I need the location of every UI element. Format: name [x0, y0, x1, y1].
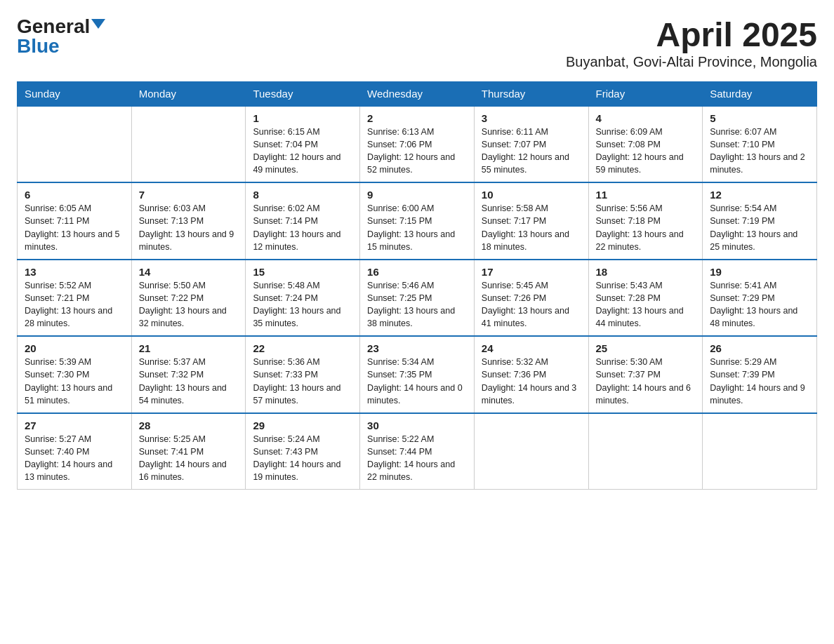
day-info: Sunrise: 6:11 AM Sunset: 7:07 PM Dayligh… — [482, 126, 581, 177]
day-cell: 20Sunrise: 5:39 AM Sunset: 7:30 PM Dayli… — [18, 336, 132, 413]
day-number: 22 — [253, 342, 352, 354]
day-cell: 26Sunrise: 5:29 AM Sunset: 7:39 PM Dayli… — [703, 336, 817, 413]
page-subtitle: Buyanbat, Govi-Altai Province, Mongolia — [566, 54, 817, 70]
day-info: Sunrise: 5:27 AM Sunset: 7:40 PM Dayligh… — [25, 433, 124, 484]
day-cell: 24Sunrise: 5:32 AM Sunset: 7:36 PM Dayli… — [474, 336, 588, 413]
day-number: 18 — [596, 266, 696, 278]
day-number: 19 — [710, 266, 809, 278]
day-number: 3 — [482, 112, 581, 124]
day-cell: 11Sunrise: 5:56 AM Sunset: 7:18 PM Dayli… — [588, 182, 703, 260]
day-cell: 25Sunrise: 5:30 AM Sunset: 7:37 PM Dayli… — [588, 336, 703, 413]
week-row-2: 13Sunrise: 5:52 AM Sunset: 7:21 PM Dayli… — [18, 260, 817, 337]
day-cell — [131, 106, 246, 183]
day-info: Sunrise: 5:32 AM Sunset: 7:36 PM Dayligh… — [482, 356, 581, 407]
day-cell: 14Sunrise: 5:50 AM Sunset: 7:22 PM Dayli… — [131, 260, 246, 337]
day-number: 2 — [367, 112, 467, 124]
header-thursday: Thursday — [474, 81, 588, 106]
day-cell: 4Sunrise: 6:09 AM Sunset: 7:08 PM Daylig… — [588, 106, 703, 183]
header-row: Sunday Monday Tuesday Wednesday Thursday… — [18, 81, 817, 106]
day-number: 10 — [482, 189, 581, 201]
header-saturday: Saturday — [703, 81, 817, 106]
header-monday: Monday — [131, 81, 246, 106]
logo: General Blue — [17, 17, 105, 56]
day-number: 26 — [710, 342, 809, 354]
week-row-4: 27Sunrise: 5:27 AM Sunset: 7:40 PM Dayli… — [18, 413, 817, 490]
day-number: 17 — [482, 266, 581, 278]
day-cell: 23Sunrise: 5:34 AM Sunset: 7:35 PM Dayli… — [360, 336, 475, 413]
week-row-0: 1Sunrise: 6:15 AM Sunset: 7:04 PM Daylig… — [18, 106, 817, 183]
day-cell: 3Sunrise: 6:11 AM Sunset: 7:07 PM Daylig… — [474, 106, 588, 183]
day-cell: 8Sunrise: 6:02 AM Sunset: 7:14 PM Daylig… — [246, 182, 360, 260]
day-cell: 7Sunrise: 6:03 AM Sunset: 7:13 PM Daylig… — [131, 182, 246, 260]
day-info: Sunrise: 5:46 AM Sunset: 7:25 PM Dayligh… — [367, 279, 467, 330]
day-info: Sunrise: 5:36 AM Sunset: 7:33 PM Dayligh… — [253, 356, 352, 407]
day-info: Sunrise: 5:48 AM Sunset: 7:24 PM Dayligh… — [253, 279, 352, 330]
day-cell: 27Sunrise: 5:27 AM Sunset: 7:40 PM Dayli… — [18, 413, 132, 490]
day-info: Sunrise: 5:34 AM Sunset: 7:35 PM Dayligh… — [367, 356, 467, 407]
calendar-table: Sunday Monday Tuesday Wednesday Thursday… — [17, 81, 817, 490]
day-info: Sunrise: 6:09 AM Sunset: 7:08 PM Dayligh… — [596, 126, 696, 177]
day-number: 5 — [710, 112, 809, 124]
day-number: 24 — [482, 342, 581, 354]
day-cell: 18Sunrise: 5:43 AM Sunset: 7:28 PM Dayli… — [588, 260, 703, 337]
day-number: 23 — [367, 342, 467, 354]
day-cell — [474, 413, 588, 490]
day-number: 6 — [25, 189, 124, 201]
day-number: 30 — [367, 420, 467, 431]
day-info: Sunrise: 6:03 AM Sunset: 7:13 PM Dayligh… — [139, 202, 239, 253]
day-number: 11 — [596, 189, 696, 201]
logo-general: General — [17, 17, 90, 36]
day-cell: 22Sunrise: 5:36 AM Sunset: 7:33 PM Dayli… — [246, 336, 360, 413]
day-info: Sunrise: 6:02 AM Sunset: 7:14 PM Dayligh… — [253, 202, 352, 253]
day-number: 14 — [139, 266, 239, 278]
day-info: Sunrise: 5:58 AM Sunset: 7:17 PM Dayligh… — [482, 202, 581, 253]
day-info: Sunrise: 5:43 AM Sunset: 7:28 PM Dayligh… — [596, 279, 696, 330]
day-cell: 2Sunrise: 6:13 AM Sunset: 7:06 PM Daylig… — [360, 106, 475, 183]
day-cell: 17Sunrise: 5:45 AM Sunset: 7:26 PM Dayli… — [474, 260, 588, 337]
day-info: Sunrise: 5:29 AM Sunset: 7:39 PM Dayligh… — [710, 356, 809, 407]
day-number: 12 — [710, 189, 809, 201]
day-cell: 15Sunrise: 5:48 AM Sunset: 7:24 PM Dayli… — [246, 260, 360, 337]
day-number: 7 — [139, 189, 239, 201]
day-info: Sunrise: 6:05 AM Sunset: 7:11 PM Dayligh… — [25, 202, 124, 253]
day-cell: 21Sunrise: 5:37 AM Sunset: 7:32 PM Dayli… — [131, 336, 246, 413]
day-info: Sunrise: 5:45 AM Sunset: 7:26 PM Dayligh… — [482, 279, 581, 330]
day-number: 8 — [253, 189, 352, 201]
day-number: 13 — [25, 266, 124, 278]
header-friday: Friday — [588, 81, 703, 106]
day-number: 1 — [253, 112, 352, 124]
day-cell: 30Sunrise: 5:22 AM Sunset: 7:44 PM Dayli… — [360, 413, 475, 490]
header-wednesday: Wednesday — [360, 81, 475, 106]
day-cell: 12Sunrise: 5:54 AM Sunset: 7:19 PM Dayli… — [703, 182, 817, 260]
day-info: Sunrise: 5:22 AM Sunset: 7:44 PM Dayligh… — [367, 433, 467, 484]
header-tuesday: Tuesday — [246, 81, 360, 106]
day-cell: 6Sunrise: 6:05 AM Sunset: 7:11 PM Daylig… — [18, 182, 132, 260]
day-number: 9 — [367, 189, 467, 201]
calendar-header: Sunday Monday Tuesday Wednesday Thursday… — [18, 81, 817, 106]
day-cell — [18, 106, 132, 183]
page-header: General Blue April 2025 Buyanbat, Govi-A… — [17, 17, 817, 70]
day-cell: 19Sunrise: 5:41 AM Sunset: 7:29 PM Dayli… — [703, 260, 817, 337]
day-cell — [588, 413, 703, 490]
day-number: 15 — [253, 266, 352, 278]
day-number: 16 — [367, 266, 467, 278]
day-info: Sunrise: 6:07 AM Sunset: 7:10 PM Dayligh… — [710, 126, 809, 177]
logo-blue: Blue — [17, 36, 60, 56]
week-row-3: 20Sunrise: 5:39 AM Sunset: 7:30 PM Dayli… — [18, 336, 817, 413]
day-number: 25 — [596, 342, 696, 354]
day-number: 4 — [596, 112, 696, 124]
day-cell: 28Sunrise: 5:25 AM Sunset: 7:41 PM Dayli… — [131, 413, 246, 490]
day-info: Sunrise: 6:15 AM Sunset: 7:04 PM Dayligh… — [253, 126, 352, 177]
day-info: Sunrise: 6:13 AM Sunset: 7:06 PM Dayligh… — [367, 126, 467, 177]
day-info: Sunrise: 5:37 AM Sunset: 7:32 PM Dayligh… — [139, 356, 239, 407]
page-title: April 2025 — [566, 17, 817, 54]
day-info: Sunrise: 5:25 AM Sunset: 7:41 PM Dayligh… — [139, 433, 239, 484]
day-info: Sunrise: 5:39 AM Sunset: 7:30 PM Dayligh… — [25, 356, 124, 407]
day-cell: 5Sunrise: 6:07 AM Sunset: 7:10 PM Daylig… — [703, 106, 817, 183]
day-info: Sunrise: 5:50 AM Sunset: 7:22 PM Dayligh… — [139, 279, 239, 330]
day-info: Sunrise: 5:56 AM Sunset: 7:18 PM Dayligh… — [596, 202, 696, 253]
day-info: Sunrise: 5:24 AM Sunset: 7:43 PM Dayligh… — [253, 433, 352, 484]
title-area: April 2025 Buyanbat, Govi-Altai Province… — [566, 17, 817, 70]
day-cell: 1Sunrise: 6:15 AM Sunset: 7:04 PM Daylig… — [246, 106, 360, 183]
day-number: 20 — [25, 342, 124, 354]
